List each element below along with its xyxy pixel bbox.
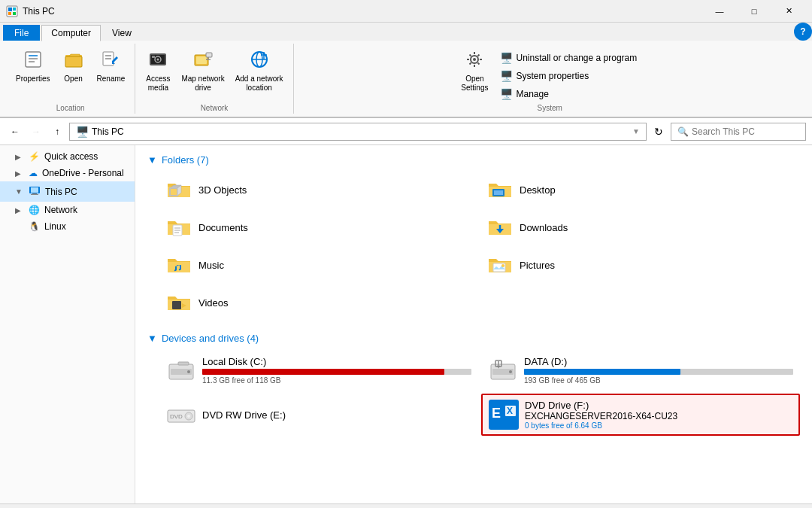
properties-label: Properties [16, 75, 50, 84]
search-box[interactable]: 🔍 [671, 123, 806, 141]
drive-dvd-f[interactable]: E X DVD Drive (F:) EXCHANGESERVER2016-X6… [481, 394, 800, 436]
svg-line-35 [470, 55, 471, 56]
add-network-button[interactable]: Add a networklocation [232, 47, 287, 95]
folder-videos[interactable]: Videos [159, 284, 479, 321]
svg-text:E: E [492, 406, 501, 421]
folders-chevron: ▼ [147, 154, 157, 166]
folder-music-name: Music [198, 260, 224, 271]
sidebar-item-quick-access[interactable]: ▶ ⚡ Quick access [0, 148, 135, 165]
map-network-button[interactable]: Map networkdrive [177, 47, 228, 95]
svg-line-37 [470, 63, 471, 65]
folders-grid: 3D Objects Desktop [147, 172, 800, 321]
tab-file[interactable]: File [3, 25, 40, 41]
maximize-button[interactable]: □ [737, 0, 771, 23]
svg-rect-48 [494, 190, 503, 195]
content-area: ▼ Folders (7) 3D Objects [135, 145, 812, 503]
quick-access-label: Quick access [44, 151, 98, 162]
drives-title: Devices and drives (4) [162, 333, 259, 344]
folder-desktop[interactable]: Desktop [480, 172, 800, 208]
open-icon [63, 49, 84, 73]
drives-header[interactable]: ▼ Devices and drives (4) [147, 333, 800, 344]
drive-local-c[interactable]: Local Disk (C:) 11.3 GB free of 118 GB [159, 350, 478, 391]
location-group-label: Location [56, 102, 85, 114]
drive-f-info: DVD Drive (F:) EXCHANGESERVER2016-X64-CU… [525, 400, 792, 430]
refresh-button[interactable]: ↻ [650, 123, 668, 141]
tab-computer[interactable]: Computer [41, 25, 101, 41]
svg-rect-20 [196, 56, 207, 64]
folder-downloads-name: Downloads [520, 222, 568, 233]
tab-view[interactable]: View [102, 25, 141, 41]
sidebar-item-this-pc[interactable]: ▼ This PC [0, 181, 135, 202]
folder-downloads[interactable]: Downloads [480, 209, 800, 245]
open-settings-button[interactable]: OpenSettings [457, 47, 492, 95]
settings-icon [464, 49, 485, 73]
this-pc-label: This PC [45, 187, 77, 197]
system-group-label: System [538, 102, 562, 114]
folder-pictures-name: Pictures [520, 260, 555, 271]
open-button[interactable]: Open [57, 47, 90, 86]
drive-data-d[interactable]: DATA (D:) 193 GB free of 465 GB [481, 350, 800, 391]
drive-f-label: EXCHANGESERVER2016-X64-CU23 [525, 411, 792, 421]
folder-3d-objects[interactable]: 3D Objects [159, 172, 479, 208]
ribbon-content: Properties Open [0, 41, 812, 117]
this-pc-expand-icon: ▼ [15, 187, 24, 196]
drive-f-name: DVD Drive (F:) [525, 400, 792, 411]
folder-pictures[interactable]: Pictures [480, 247, 800, 283]
search-input[interactable] [692, 126, 799, 137]
help-button[interactable]: ? [794, 23, 812, 41]
folder-documents-icon [165, 214, 192, 241]
svg-point-30 [473, 58, 476, 61]
sidebar-item-onedrive[interactable]: ▶ ☁ OneDrive - Personal [0, 165, 135, 181]
ribbon: File Computer View ? Properti [0, 23, 812, 118]
drive-e-info: DVD RW Drive (E:) [202, 409, 471, 421]
svg-rect-3 [8, 12, 11, 15]
rename-button[interactable]: Rename [93, 47, 129, 86]
minimize-button[interactable]: — [702, 0, 737, 23]
folder-documents[interactable]: Documents [159, 209, 479, 245]
path-chevron: ▼ [632, 127, 640, 135]
manage-icon: 🖥️ [500, 88, 513, 100]
drive-dvd-e[interactable]: DVD DVD RW Drive (E:) [159, 394, 478, 436]
app-icon [6, 5, 18, 17]
folder-videos-name: Videos [198, 297, 229, 309]
svg-point-17 [157, 59, 159, 61]
onedrive-expand-icon: ▶ [15, 169, 24, 178]
path-text: This PC [92, 126, 124, 137]
path-icon: 🖥️ [76, 126, 89, 138]
open-settings-label: OpenSettings [461, 75, 488, 93]
search-icon: 🔍 [677, 126, 689, 137]
folder-documents-name: Documents [198, 222, 248, 233]
up-button[interactable]: ↑ [48, 123, 66, 141]
svg-line-36 [478, 63, 480, 65]
back-button[interactable]: ← [6, 123, 24, 141]
svg-point-56 [501, 264, 504, 267]
manage-button[interactable]: 🖥️ Manage [495, 86, 642, 102]
folder-pictures-icon [486, 251, 514, 278]
drive-d-free: 193 GB free of 465 GB [524, 376, 793, 385]
folders-title: Folders (7) [162, 154, 209, 166]
network-group-label: Network [201, 102, 229, 114]
folder-music[interactable]: Music [159, 247, 479, 283]
close-button[interactable]: ✕ [771, 0, 806, 23]
add-network-icon [249, 49, 270, 73]
uninstall-button[interactable]: 🖥️ Uninstall or change a program [495, 50, 642, 66]
map-network-icon [192, 49, 214, 73]
address-path[interactable]: 🖥️ This PC ▼ [69, 123, 647, 141]
window-title: This PC [23, 6, 702, 17]
svg-point-70 [187, 415, 190, 418]
folders-header[interactable]: ▼ Folders (7) [147, 154, 800, 166]
rename-label: Rename [97, 75, 126, 84]
add-network-label: Add a networklocation [235, 75, 283, 93]
drive-c-info: Local Disk (C:) 11.3 GB free of 118 GB [202, 356, 471, 385]
system-props-button[interactable]: 🖥️ System properties [495, 68, 642, 84]
drive-d-bar [524, 369, 793, 375]
status-bar: 11 items [0, 503, 812, 508]
access-media-label: Accessmedia [146, 75, 170, 93]
sidebar-item-linux[interactable]: 🐧 Linux [0, 218, 135, 235]
svg-rect-21 [206, 53, 212, 57]
map-network-label: Map networkdrive [181, 75, 224, 93]
forward-button[interactable]: → [27, 123, 45, 141]
access-media-button[interactable]: Accessmedia [141, 47, 174, 95]
sidebar-item-network[interactable]: ▶ 🌐 Network [0, 202, 135, 218]
properties-button[interactable]: Properties [12, 47, 54, 86]
